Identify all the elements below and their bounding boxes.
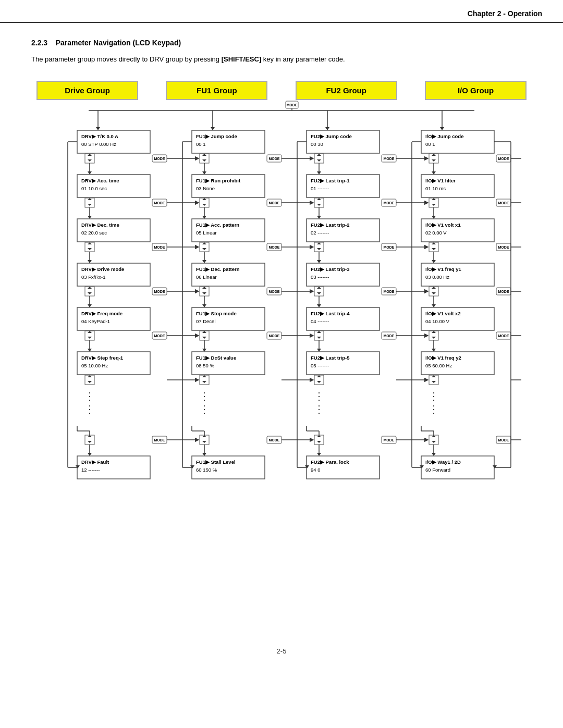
- svg-text:FU1▶  Dec. pattern: FU1▶ Dec. pattern: [196, 266, 240, 272]
- svg-marker-284: [432, 248, 436, 250]
- svg-marker-75: [88, 435, 92, 437]
- svg-marker-232: [317, 381, 321, 383]
- svg-text:MODE: MODE: [154, 245, 165, 249]
- svg-marker-38: [88, 248, 92, 250]
- svg-text:⋮: ⋮: [199, 403, 210, 415]
- svg-text:12          -------: 12 -------: [81, 467, 100, 473]
- svg-marker-314: [432, 381, 436, 383]
- io-group-header: I/O Group: [425, 81, 527, 100]
- svg-marker-182: [317, 159, 321, 162]
- svg-text:03          -------: 03 -------: [311, 274, 329, 280]
- groups-row: Drive Group FU1 Group FU2 Group I/O Grou…: [36, 81, 527, 100]
- svg-marker-33: [88, 216, 92, 219]
- svg-marker-274: [432, 204, 436, 206]
- svg-text:03          0.00 Hz: 03 0.00 Hz: [425, 274, 449, 280]
- svg-text:MODE: MODE: [269, 334, 280, 338]
- svg-text:00   STP  0.00 Hz: 00 STP 0.00 Hz: [81, 141, 116, 147]
- svg-marker-18: [88, 159, 92, 162]
- svg-marker-109: [202, 198, 206, 200]
- svg-marker-135: [202, 304, 206, 307]
- svg-text:DRV▶  Freq mode: DRV▶ Freq mode: [81, 311, 123, 316]
- svg-text:MODE: MODE: [498, 201, 509, 205]
- svg-marker-207: [317, 260, 321, 263]
- svg-marker-11: [325, 127, 329, 130]
- svg-text:FU2▶  Last trip-4: FU2▶ Last trip-4: [311, 311, 350, 316]
- svg-text:I/O▶  V1 volt x2: I/O▶ V1 volt x2: [425, 311, 461, 316]
- svg-marker-231: [317, 375, 321, 377]
- svg-marker-17: [88, 154, 92, 156]
- svg-text:MODE: MODE: [269, 290, 280, 293]
- svg-text:MODE: MODE: [384, 245, 395, 249]
- svg-text:MODE: MODE: [384, 201, 395, 205]
- svg-marker-28: [88, 204, 92, 206]
- section-description: The parameter group moves directly to DR…: [31, 54, 532, 65]
- svg-marker-53: [88, 304, 92, 307]
- svg-marker-119: [202, 242, 206, 244]
- svg-marker-313: [432, 375, 436, 377]
- svg-text:I/O▶  V1 freq y1: I/O▶ V1 freq y1: [425, 266, 461, 272]
- svg-marker-222: [317, 337, 321, 339]
- svg-text:MODE: MODE: [498, 438, 509, 442]
- svg-marker-48: [88, 292, 92, 294]
- page-footer: 2-5: [0, 647, 563, 655]
- svg-text:04          KeyPad-1: 04 KeyPad-1: [81, 318, 110, 324]
- svg-marker-322: [432, 441, 436, 443]
- svg-text:I/O▶  Jump code: I/O▶ Jump code: [425, 133, 463, 139]
- svg-marker-212: [317, 292, 321, 294]
- svg-text:00                30: 00 30: [311, 141, 323, 147]
- svg-text:MODE: MODE: [384, 334, 395, 338]
- svg-text:DRV▶  Dec. time: DRV▶ Dec. time: [81, 222, 119, 228]
- svg-text:⋮: ⋮: [84, 390, 95, 402]
- svg-marker-110: [202, 204, 206, 206]
- svg-marker-67: [88, 375, 92, 377]
- svg-text:03          None: 03 None: [196, 186, 215, 191]
- svg-marker-327: [432, 453, 436, 456]
- svg-text:MODE: MODE: [269, 245, 280, 249]
- svg-text:05          -------: 05 -------: [311, 363, 329, 368]
- svg-marker-140: [202, 337, 206, 339]
- svg-text:FU1▶  Stop mode: FU1▶ Stop mode: [196, 311, 237, 316]
- svg-text:FU2▶  Para. lock: FU2▶ Para. lock: [311, 459, 349, 465]
- svg-text:MODE: MODE: [287, 103, 298, 107]
- svg-text:01          10.0 sec: 01 10.0 sec: [81, 186, 107, 191]
- svg-text:MODE: MODE: [384, 157, 395, 161]
- svg-text:MODE: MODE: [498, 245, 509, 249]
- svg-marker-57: [88, 331, 92, 333]
- svg-marker-192: [317, 204, 321, 206]
- svg-marker-37: [88, 242, 92, 244]
- svg-text:DRV▶  Drive mode: DRV▶ Drive mode: [81, 266, 124, 272]
- svg-marker-76: [88, 441, 92, 443]
- svg-text:MODE: MODE: [154, 290, 165, 293]
- svg-text:DRV▶  Acc. time: DRV▶ Acc. time: [81, 178, 119, 183]
- drive-group-header: Drive Group: [36, 81, 138, 100]
- svg-marker-9: [211, 127, 215, 130]
- page-number: 2-5: [277, 647, 287, 655]
- svg-marker-197: [317, 216, 321, 219]
- svg-marker-163: [202, 453, 206, 456]
- svg-marker-245: [317, 453, 321, 456]
- svg-marker-99: [202, 154, 206, 156]
- svg-text:FU1▶  Stall Level: FU1▶ Stall Level: [196, 459, 236, 465]
- svg-text:FU1▶  DcSt value: FU1▶ DcSt value: [196, 355, 236, 361]
- svg-text:02          20.0 sec: 02 20.0 sec: [81, 230, 107, 236]
- svg-marker-68: [88, 381, 92, 383]
- svg-text:FU2▶  Last trip-1: FU2▶ Last trip-1: [311, 178, 350, 183]
- svg-marker-201: [317, 242, 321, 244]
- svg-marker-321: [432, 435, 436, 437]
- svg-marker-299: [432, 304, 436, 307]
- svg-marker-279: [432, 216, 436, 219]
- section-content: 2.2.3 Parameter Navigation (LCD Keypad) …: [0, 23, 563, 637]
- svg-text:⋮: ⋮: [314, 403, 324, 415]
- svg-text:I/O▶  Way1 / 2D: I/O▶ Way1 / 2D: [425, 459, 461, 465]
- svg-text:03          Fx/Rx-1: 03 Fx/Rx-1: [81, 274, 105, 280]
- svg-marker-130: [202, 292, 206, 294]
- svg-text:FU2▶  Last trip-2: FU2▶ Last trip-2: [311, 222, 350, 228]
- navigation-diagram: MODE DRV▶ T/K 0.0 A 00 STP 0.00 Hz: [36, 100, 527, 621]
- svg-marker-221: [317, 331, 321, 333]
- svg-text:01          10 ms: 01 10 ms: [425, 186, 446, 191]
- svg-text:60          Forward: 60 Forward: [425, 467, 450, 473]
- svg-text:00                  1: 00 1: [196, 141, 206, 147]
- svg-text:08          50 %: 08 50 %: [196, 363, 214, 368]
- svg-text:MODE: MODE: [154, 334, 165, 338]
- svg-text:FU2▶  Jump code: FU2▶ Jump code: [311, 133, 352, 139]
